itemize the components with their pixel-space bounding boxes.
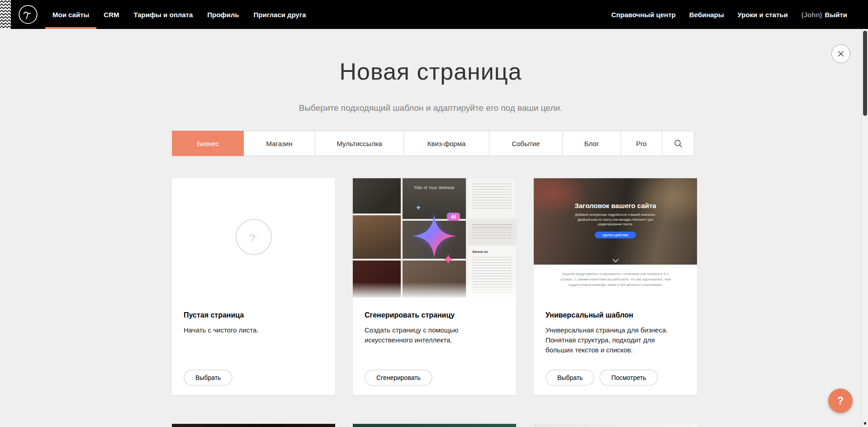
ai-star-small-icon <box>442 253 454 265</box>
template-card-universal[interactable]: Заголовок вашего сайта Добавьте интересн… <box>534 178 697 395</box>
template-card-generate[interactable]: Title of Your Website About us <box>353 178 516 395</box>
ai-badge: AI <box>447 213 460 221</box>
scrollbar-thumb[interactable] <box>863 31 867 116</box>
help-button[interactable]: ? <box>828 389 853 413</box>
choose-button[interactable]: Выбрать <box>545 370 594 386</box>
tab-pro[interactable]: Pro <box>621 131 662 156</box>
chevron-down-icon <box>612 259 619 262</box>
topbar-nav-left: Мои сайты CRM Тарифы и оплата Профиль Пр… <box>45 0 313 29</box>
nav-webinars[interactable]: Вебинары <box>683 11 731 19</box>
template-cards-row: Пустая страница Начать с чистого листа. … <box>172 178 697 395</box>
page-title: Новая страница <box>0 58 861 85</box>
card-description: Начать с чистого листа. <box>184 325 320 335</box>
tab-blog[interactable]: Блог <box>562 131 621 156</box>
collage-card <box>468 178 516 218</box>
search-icon <box>674 139 683 148</box>
preview-site-title: Title of Your Website <box>403 185 466 190</box>
template-card-partial[interactable] <box>534 424 697 427</box>
view-button[interactable]: Посмотреть <box>599 370 658 386</box>
topbar-nav-right: Справочный центр Вебинары Уроки и статьи… <box>604 0 868 29</box>
tilda-logo-icon <box>18 5 38 24</box>
blank-preview <box>172 178 335 298</box>
tab-business[interactable]: Бизнес <box>172 131 244 156</box>
nav-crm[interactable]: CRM <box>96 0 126 29</box>
preview-hero: Заголовок вашего сайта Добавьте интересн… <box>534 178 697 265</box>
logout-link[interactable]: Выйти <box>825 11 847 19</box>
zigzag-pattern <box>0 0 11 29</box>
preview-paragraph: Коротко представьтесь и расскажите о ком… <box>534 265 697 288</box>
collage-photo <box>353 178 401 214</box>
page-subtitle: Выберите подходящий шаблон и адаптируйте… <box>0 103 861 113</box>
card-title: Пустая страница <box>184 311 323 319</box>
template-card-partial[interactable] <box>353 424 516 427</box>
card-actions: Сгенерировать <box>365 370 432 386</box>
universal-preview: Заголовок вашего сайта Добавьте интересн… <box>534 178 697 298</box>
user-box: (John) Выйти <box>795 11 847 19</box>
generate-button[interactable]: Сгенерировать <box>365 370 432 386</box>
close-button[interactable] <box>831 44 850 63</box>
ai-star-tiny-icon <box>415 204 422 211</box>
help-button-label: ? <box>837 395 844 407</box>
nav-lessons[interactable]: Уроки и статьи <box>731 11 795 19</box>
tab-multilink[interactable]: Мультиссылка <box>315 131 404 156</box>
collage-card <box>468 220 516 244</box>
collage-photo <box>353 215 401 259</box>
template-card-partial[interactable] <box>172 424 335 427</box>
tab-store[interactable]: Магазин <box>243 131 315 156</box>
topbar: Мои сайты CRM Тарифы и оплата Профиль Пр… <box>0 0 868 29</box>
preview-subtext: Добавьте интересные подробности о вашей … <box>569 213 663 227</box>
preview-heading: Заголовок вашего сайта <box>534 178 697 209</box>
scrollbar-down-arrow-icon[interactable]: ▼ <box>862 421 868 426</box>
generate-preview: Title of Your Website About us <box>353 178 516 298</box>
template-cards-next-row <box>172 424 697 427</box>
tab-event[interactable]: Событие <box>489 131 563 156</box>
tilda-logo[interactable] <box>11 0 45 29</box>
preview-about-label: About us <box>472 250 488 254</box>
card-description: Создать страницу с помощью искусственног… <box>365 325 501 345</box>
card-title: Сгенерировать страницу <box>365 311 504 319</box>
card-description: Универсальная страница для бизнеса. Поня… <box>545 325 682 355</box>
tilda-watermark-icon <box>236 219 272 255</box>
template-category-tabs: Бизнес Магазин Мультиссылка Квиз-форма С… <box>172 131 697 156</box>
collage-fade <box>353 282 516 298</box>
nav-tariffs[interactable]: Тарифы и оплата <box>126 0 200 29</box>
preview-cta-button: сделать действие <box>595 232 636 238</box>
nav-my-sites[interactable]: Мои сайты <box>45 0 96 29</box>
card-actions: Выбрать <box>184 370 232 386</box>
card-title: Универсальный шаблон <box>545 311 685 319</box>
user-name: (John) <box>802 11 822 19</box>
nav-help-center[interactable]: Справочный центр <box>604 11 682 19</box>
close-icon <box>837 50 844 57</box>
scrollbar[interactable]: ▼ <box>861 29 868 427</box>
card-actions: Выбрать Посмотреть <box>545 370 658 386</box>
choose-button[interactable]: Выбрать <box>184 370 232 386</box>
template-card-blank[interactable]: Пустая страница Начать с чистого листа. … <box>172 178 335 395</box>
nav-profile[interactable]: Профиль <box>200 0 246 29</box>
tab-quiz-form[interactable]: Квиз-форма <box>403 131 489 156</box>
tab-search[interactable] <box>662 131 694 156</box>
nav-invite-friend[interactable]: Пригласи друга <box>246 0 313 29</box>
